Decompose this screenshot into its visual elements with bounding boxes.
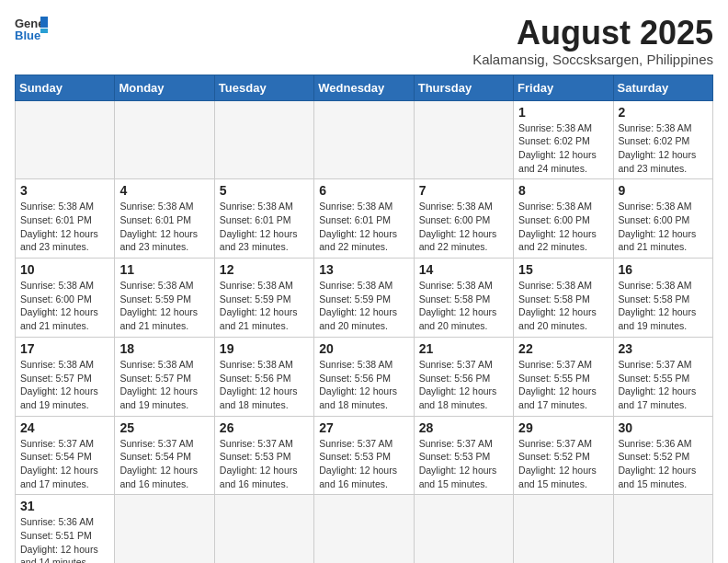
weekday-header-row: SundayMondayTuesdayWednesdayThursdayFrid… [16, 75, 713, 100]
day-info: Sunrise: 5:36 AM Sunset: 5:51 PM Dayligh… [20, 515, 109, 563]
day-number: 25 [119, 420, 209, 435]
weekday-header-tuesday: Tuesday [214, 75, 313, 100]
calendar-day-cell [414, 100, 513, 179]
day-number: 22 [518, 341, 608, 356]
day-info: Sunrise: 5:38 AM Sunset: 6:02 PM Dayligh… [619, 121, 708, 176]
day-info: Sunrise: 5:38 AM Sunset: 6:00 PM Dayligh… [20, 279, 109, 333]
day-info: Sunrise: 5:38 AM Sunset: 5:58 PM Dayligh… [518, 279, 608, 333]
calendar-day-cell [314, 100, 414, 179]
day-info: Sunrise: 5:38 AM Sunset: 6:01 PM Dayligh… [319, 200, 408, 254]
day-number: 18 [119, 341, 209, 356]
day-number: 7 [419, 183, 508, 198]
day-number: 19 [220, 341, 309, 356]
day-info: Sunrise: 5:37 AM Sunset: 5:53 PM Dayligh… [419, 437, 508, 491]
calendar-day-cell [613, 495, 712, 563]
day-number: 6 [319, 183, 408, 198]
calendar-day-cell: 9Sunrise: 5:38 AM Sunset: 6:00 PM Daylig… [613, 179, 712, 259]
day-info: Sunrise: 5:38 AM Sunset: 6:01 PM Dayligh… [20, 200, 109, 254]
calendar-table: SundayMondayTuesdayWednesdayThursdayFrid… [15, 75, 713, 563]
day-info: Sunrise: 5:38 AM Sunset: 5:59 PM Dayligh… [220, 279, 309, 333]
day-number: 20 [319, 341, 408, 356]
calendar-day-cell [16, 100, 115, 179]
day-number: 27 [319, 420, 408, 435]
calendar-body: 1Sunrise: 5:38 AM Sunset: 6:02 PM Daylig… [16, 100, 713, 563]
day-number: 5 [220, 183, 309, 198]
calendar-day-cell [214, 100, 313, 179]
day-number: 12 [220, 262, 309, 277]
day-number: 17 [20, 341, 109, 356]
location-subtitle: Kalamansig, Soccsksargen, Philippines [472, 52, 713, 67]
day-number: 29 [518, 420, 608, 435]
calendar-day-cell: 2Sunrise: 5:38 AM Sunset: 6:02 PM Daylig… [613, 100, 712, 179]
calendar-week-row: 31Sunrise: 5:36 AM Sunset: 5:51 PM Dayli… [16, 495, 713, 563]
weekday-header-monday: Monday [115, 75, 214, 100]
day-number: 28 [419, 420, 508, 435]
weekday-header-sunday: Sunday [16, 75, 115, 100]
weekday-header-thursday: Thursday [414, 75, 513, 100]
day-number: 31 [20, 499, 109, 513]
day-info: Sunrise: 5:38 AM Sunset: 5:56 PM Dayligh… [220, 358, 309, 412]
month-year-title: August 2025 [472, 15, 713, 52]
logo: General Blue [15, 15, 48, 42]
header: General Blue August 2025 Kalamansig, Soc… [15, 15, 713, 67]
calendar-day-cell: 16Sunrise: 5:38 AM Sunset: 5:58 PM Dayli… [613, 259, 712, 338]
day-info: Sunrise: 5:37 AM Sunset: 5:54 PM Dayligh… [20, 437, 109, 491]
title-area: August 2025 Kalamansig, Soccsksargen, Ph… [472, 15, 713, 67]
calendar-day-cell: 14Sunrise: 5:38 AM Sunset: 5:58 PM Dayli… [414, 259, 513, 338]
calendar-day-cell: 15Sunrise: 5:38 AM Sunset: 5:58 PM Dayli… [514, 259, 613, 338]
calendar-day-cell: 13Sunrise: 5:38 AM Sunset: 5:59 PM Dayli… [314, 259, 414, 338]
calendar-header: SundayMondayTuesdayWednesdayThursdayFrid… [16, 75, 713, 100]
day-info: Sunrise: 5:38 AM Sunset: 5:57 PM Dayligh… [20, 358, 109, 412]
day-info: Sunrise: 5:38 AM Sunset: 5:59 PM Dayligh… [319, 279, 408, 333]
calendar-day-cell: 1Sunrise: 5:38 AM Sunset: 6:02 PM Daylig… [514, 100, 613, 179]
day-info: Sunrise: 5:38 AM Sunset: 6:00 PM Dayligh… [518, 200, 608, 254]
svg-marker-2 [40, 17, 48, 28]
calendar-day-cell: 4Sunrise: 5:38 AM Sunset: 6:01 PM Daylig… [115, 179, 214, 259]
calendar-week-row: 10Sunrise: 5:38 AM Sunset: 6:00 PM Dayli… [16, 259, 713, 338]
day-info: Sunrise: 5:38 AM Sunset: 5:59 PM Dayligh… [119, 279, 209, 333]
day-number: 24 [20, 420, 109, 435]
calendar-day-cell: 18Sunrise: 5:38 AM Sunset: 5:57 PM Dayli… [115, 337, 214, 416]
day-number: 15 [518, 262, 608, 277]
svg-marker-3 [40, 29, 48, 33]
day-number: 2 [619, 105, 708, 120]
svg-text:Blue: Blue [15, 29, 40, 42]
calendar-day-cell: 20Sunrise: 5:38 AM Sunset: 5:56 PM Dayli… [314, 337, 414, 416]
day-number: 4 [119, 183, 209, 198]
day-number: 10 [20, 262, 109, 277]
day-number: 30 [619, 420, 708, 435]
calendar-day-cell [214, 495, 313, 563]
day-number: 1 [518, 105, 608, 120]
day-info: Sunrise: 5:37 AM Sunset: 5:53 PM Dayligh… [220, 437, 309, 491]
day-info: Sunrise: 5:38 AM Sunset: 5:58 PM Dayligh… [419, 279, 508, 333]
day-number: 14 [419, 262, 508, 277]
day-info: Sunrise: 5:38 AM Sunset: 5:56 PM Dayligh… [319, 358, 408, 412]
day-number: 16 [619, 262, 708, 277]
calendar-day-cell: 24Sunrise: 5:37 AM Sunset: 5:54 PM Dayli… [16, 416, 115, 495]
calendar-day-cell: 19Sunrise: 5:38 AM Sunset: 5:56 PM Dayli… [214, 337, 313, 416]
calendar-day-cell: 28Sunrise: 5:37 AM Sunset: 5:53 PM Dayli… [414, 416, 513, 495]
day-info: Sunrise: 5:38 AM Sunset: 5:58 PM Dayligh… [619, 279, 708, 333]
day-number: 23 [619, 341, 708, 356]
calendar-day-cell: 29Sunrise: 5:37 AM Sunset: 5:52 PM Dayli… [514, 416, 613, 495]
day-number: 13 [319, 262, 408, 277]
calendar-day-cell [514, 495, 613, 563]
calendar-day-cell: 31Sunrise: 5:36 AM Sunset: 5:51 PM Dayli… [16, 495, 115, 563]
calendar-day-cell: 21Sunrise: 5:37 AM Sunset: 5:56 PM Dayli… [414, 337, 513, 416]
day-number: 8 [518, 183, 608, 198]
day-info: Sunrise: 5:38 AM Sunset: 6:00 PM Dayligh… [619, 200, 708, 254]
day-info: Sunrise: 5:37 AM Sunset: 5:55 PM Dayligh… [619, 358, 708, 412]
day-info: Sunrise: 5:38 AM Sunset: 6:02 PM Dayligh… [518, 121, 608, 176]
generalblue-logo-icon: General Blue [15, 15, 48, 42]
day-info: Sunrise: 5:38 AM Sunset: 6:01 PM Dayligh… [119, 200, 209, 254]
day-number: 3 [20, 183, 109, 198]
day-info: Sunrise: 5:36 AM Sunset: 5:52 PM Dayligh… [619, 437, 708, 491]
day-info: Sunrise: 5:37 AM Sunset: 5:55 PM Dayligh… [518, 358, 608, 412]
day-info: Sunrise: 5:38 AM Sunset: 6:01 PM Dayligh… [220, 200, 309, 254]
calendar-day-cell [414, 495, 513, 563]
calendar-day-cell: 6Sunrise: 5:38 AM Sunset: 6:01 PM Daylig… [314, 179, 414, 259]
calendar-week-row: 17Sunrise: 5:38 AM Sunset: 5:57 PM Dayli… [16, 337, 713, 416]
weekday-header-saturday: Saturday [613, 75, 712, 100]
day-number: 11 [119, 262, 209, 277]
day-number: 21 [419, 341, 508, 356]
